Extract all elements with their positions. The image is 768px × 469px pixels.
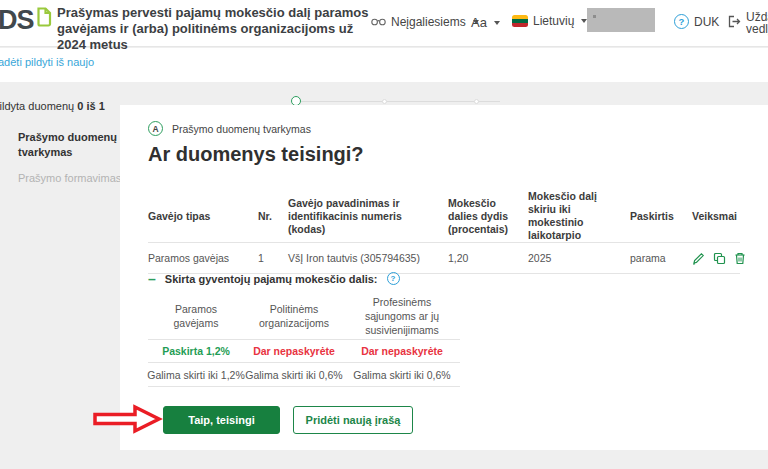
cell-nr: 1: [258, 243, 288, 273]
alloc-col-politinems: Politinėms organizacijoms: [244, 293, 344, 339]
red-arrow-annotation: [93, 404, 163, 438]
cell-paskirtis: parama: [630, 243, 692, 273]
table-row: Paramos gavėjas 1 VšĮ Iron tautvis (3057…: [148, 243, 740, 274]
status-unassigned: Dar nepaskyrėte: [244, 340, 344, 362]
content-card: A Prašymo duomenų tvarkymas Ar duomenys …: [120, 105, 768, 450]
chevron-down-icon: [494, 21, 500, 25]
cell-laikotarpis: 2025: [528, 243, 630, 273]
allocation-toggle: – Skirta gyventojų pajamų mokesčio dalis…: [148, 272, 400, 285]
language-menu[interactable]: Lietuvių: [512, 14, 587, 28]
wizard-toolbar: Pradėti pildyti iš naujo Duomenų tvarkym…: [0, 48, 768, 82]
collapse-minus-icon[interactable]: –: [148, 274, 156, 284]
page-title: Prašymas pervesti pajamų mokesčio dalį p…: [57, 5, 379, 53]
alloc-col-paramos: Paramos gavėjams: [148, 293, 244, 339]
progress-line: [297, 101, 500, 102]
eds-logo-text: EDS: [0, 6, 34, 34]
status-unassigned: Dar nepaskyrėte: [344, 340, 460, 362]
copy-icon[interactable]: [713, 252, 726, 265]
cell-actions: [692, 243, 740, 273]
question-circle-icon: ?: [674, 14, 689, 29]
cell-pavadinimas: VšĮ Iron tautvis (305794635): [288, 243, 448, 273]
add-new-entry-button[interactable]: Pridėti naują įrašą: [293, 406, 413, 434]
allocation-status-row: Paskirta 1,2% Dar nepaskyrėte Dar nepask…: [148, 340, 460, 363]
confirm-button[interactable]: Taip, teisingi: [163, 406, 280, 434]
faq-label: DUK: [694, 15, 719, 29]
sidebar-item-request-formation[interactable]: Prašymo formavimas: [18, 171, 122, 186]
recipients-table: Gavėjo tipas Nr. Gavėjo pavadinimas ir i…: [148, 190, 740, 274]
alloc-col-profesinems: Profesinėms sąjungoms ar jų susivienijim…: [344, 293, 460, 339]
close-wizard-button[interactable]: Uždaryti vedlį: [728, 11, 768, 35]
section-label: Prašymo duomenų tvarkymas: [172, 123, 311, 135]
eds-logo: EDS: [0, 6, 52, 34]
section-header: A Prašymo duomenų tvarkymas: [148, 121, 311, 136]
font-size-menu[interactable]: Aa: [471, 15, 500, 30]
section-badge: A: [148, 121, 163, 136]
cell-gavejo-tipas: Paramos gavėjas: [148, 243, 258, 273]
font-size-label: Aa: [471, 15, 487, 30]
allocation-limit-row: Galima skirti iki 1,2% Galima skirti iki…: [148, 363, 460, 387]
limit-cell: Galima skirti iki 1,2%: [148, 363, 244, 386]
page-heading: Ar duomenys teisingi?: [148, 143, 364, 166]
step-dot: [474, 99, 479, 104]
col-gavejo-tipas: Gavėjo tipas: [148, 190, 258, 242]
help-icon[interactable]: ?: [387, 272, 400, 285]
accessibility-label: Neįgaliesiems: [391, 15, 466, 29]
sidebar-progress-count: 0 iš 1: [77, 100, 105, 112]
edit-icon[interactable]: [692, 252, 705, 265]
app-header: EDS Prašymas pervesti pajamų mokesčio da…: [0, 0, 768, 47]
col-dydis: Mokesčio dalies dydis (procentais): [448, 190, 528, 242]
col-pavadinimas: Gavėjo pavadinimas ir identifikacinis nu…: [288, 190, 448, 242]
limit-cell: Galima skirti iki 0,6%: [344, 363, 460, 386]
glasses-icon: [371, 15, 386, 29]
document-icon: [36, 7, 52, 31]
limit-cell: Galima skirti iki 0,6%: [244, 363, 344, 386]
col-nr: Nr.: [258, 190, 288, 242]
col-veiksmai: Veiksmai: [692, 190, 740, 242]
accessibility-menu[interactable]: Neįgaliesiems: [371, 15, 479, 29]
col-laikotarpis: Mokesčio dalį skiriu iki mokestinio laik…: [528, 190, 630, 242]
cell-dydis: 1,20: [448, 243, 528, 273]
status-assigned: Paskirta 1,2%: [148, 340, 244, 362]
language-label: Lietuvių: [533, 14, 574, 28]
table-header-row: Gavėjo tipas Nr. Gavėjo pavadinimas ir i…: [148, 190, 740, 243]
faq-link[interactable]: ? DUK: [674, 14, 719, 29]
lithuania-flag-icon: [512, 15, 528, 27]
allocation-toggle-label: Skirta gyventojų pajamų mokesčio dalis:: [165, 273, 378, 285]
close-wizard-label: Uždaryti vedlį: [746, 11, 768, 35]
col-paskirtis: Paskirtis: [630, 190, 692, 242]
exit-icon: [728, 15, 741, 30]
sidebar-progress: Užpildyta duomenų 0 iš 1: [0, 100, 105, 112]
allocation-header-row: Paramos gavėjams Politinėms organizacijo…: [148, 293, 460, 340]
button-row: Taip, teisingi Pridėti naują įrašą: [163, 406, 413, 434]
step-dot: [382, 99, 387, 104]
restart-link[interactable]: Pradėti pildyti iš naujo: [0, 56, 94, 68]
delete-icon[interactable]: [734, 252, 746, 265]
sidebar-item-data-management[interactable]: Prašymo duomenų tvarkymas: [18, 130, 122, 160]
allocation-table: Paramos gavėjams Politinėms organizacijo…: [148, 293, 460, 387]
user-name-redacted: [587, 8, 655, 32]
